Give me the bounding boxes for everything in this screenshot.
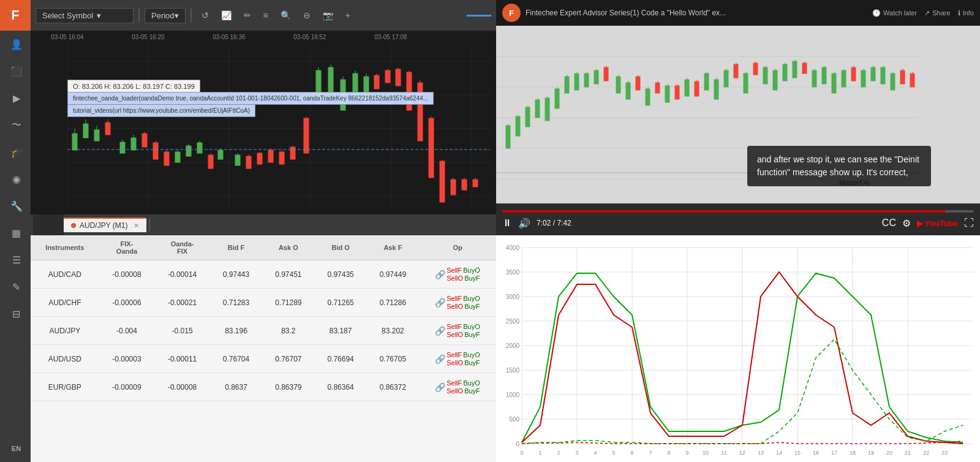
svg-rect-142	[773, 70, 777, 90]
buy-f-button[interactable]: BuyF	[464, 331, 480, 338]
progress-bar[interactable]	[502, 210, 974, 213]
toolbar: Select Symbol ▾ Period▾ ↺ 📈 ✏ ≡ 🔍 ⊖ 📷 +	[31, 0, 496, 31]
op-cell: 🔗 SellF BuyO SellO BuyF	[419, 317, 496, 345]
video-content[interactable]: MasterFAI and after we stop it, we can s…	[496, 26, 980, 235]
fullscreen-button[interactable]: ⛶	[964, 218, 974, 229]
sidebar-item-user[interactable]: 👤	[0, 31, 31, 58]
sell-o-button[interactable]: SellO	[447, 359, 463, 366]
buy-o-button[interactable]: BuyO	[463, 323, 480, 330]
fix-oanda-val: -0.00003	[99, 345, 155, 373]
draw-button[interactable]: ✏	[239, 8, 256, 23]
sidebar-item-grid[interactable]: ▦	[0, 219, 31, 246]
period-selector[interactable]: Period▾	[145, 8, 186, 23]
camera-button[interactable]: 📷	[318, 8, 338, 23]
sidebar-item-tools[interactable]: 🔧	[0, 192, 31, 219]
subtitles-button[interactable]: CC	[882, 218, 896, 229]
video-controls[interactable]: ⏸ 🔊 7:02 / 7:42 CC ⚙ ▶ YouTube ⛶	[496, 203, 980, 235]
bid-f-val: 0.8637	[210, 373, 262, 401]
ask-o-val: 0.71289	[262, 289, 314, 317]
buy-o-button[interactable]: BuyO	[463, 351, 480, 358]
time-display: 7:02 / 7:42	[537, 219, 571, 227]
sidebar-item-video[interactable]: ▶	[0, 85, 31, 112]
video-actions: 🕐 Watch later ↗ Share ℹ Info	[872, 9, 974, 17]
buy-f-button[interactable]: BuyF	[464, 359, 480, 366]
buy-f-button[interactable]: BuyF	[464, 387, 480, 395]
sidebar-item-filter[interactable]: ☰	[0, 246, 31, 273]
menu-button[interactable]: ≡	[258, 8, 273, 23]
bid-f-val: 0.71283	[210, 289, 262, 317]
sell-o-button[interactable]: SellO	[447, 303, 463, 310]
buy-f-button[interactable]: BuyF	[464, 275, 480, 282]
sell-f-button[interactable]: SellF	[447, 323, 462, 330]
symbol-selector[interactable]: Select Symbol ▾	[36, 8, 134, 23]
sidebar-logo[interactable]: F	[0, 0, 31, 31]
svg-rect-33	[175, 152, 180, 162]
sell-o-button[interactable]: SellO	[447, 331, 463, 338]
refresh-button[interactable]: ↺	[197, 8, 214, 23]
svg-rect-91	[374, 75, 379, 89]
svg-text:3500: 3500	[506, 269, 520, 276]
watch-later-button[interactable]: 🕐 Watch later	[872, 9, 917, 17]
zoom-in-button[interactable]: 🔍	[276, 8, 296, 23]
tab-close-icon[interactable]: ✕	[134, 222, 139, 230]
link-icon[interactable]: 🔗	[435, 382, 445, 392]
bid-f-val: 0.97443	[210, 260, 262, 289]
sidebar-item-language[interactable]: EN	[0, 435, 31, 462]
tab-audjpy[interactable]: AUD/JPY (M1) ✕	[64, 218, 146, 232]
fix-oanda-val: -0.00006	[99, 289, 155, 317]
svg-text:10: 10	[703, 450, 709, 456]
share-button[interactable]: ↗ Share	[924, 9, 950, 17]
link-icon[interactable]: 🔗	[435, 270, 445, 279]
sell-o-button[interactable]: SellO	[447, 275, 463, 282]
sell-f-button[interactable]: SellF	[447, 295, 462, 302]
svg-rect-134	[714, 80, 718, 99]
sidebar-item-eye[interactable]: ◉	[0, 165, 31, 192]
video-logo: F	[502, 4, 521, 22]
sidebar-item-linechart[interactable]: 〜	[0, 112, 31, 138]
table-row: AUD/CHF -0.00006 -0.00021 0.71283 0.7128…	[31, 289, 496, 317]
buy-o-button[interactable]: BuyO	[463, 267, 480, 274]
svg-rect-71	[290, 147, 295, 159]
volume-button[interactable]: 🔊	[518, 218, 530, 229]
pause-button[interactable]: ⏸	[502, 218, 512, 229]
sell-o-button[interactable]: SellO	[447, 387, 463, 395]
svg-text:19: 19	[868, 450, 874, 456]
ask-o-val: 0.76707	[262, 345, 314, 373]
buy-f-button[interactable]: BuyF	[464, 303, 480, 310]
svg-rect-83	[440, 161, 445, 202]
sell-f-button[interactable]: SellF	[447, 267, 462, 274]
sidebar-item-pen[interactable]: ✎	[0, 273, 31, 300]
symbol-dropdown-icon: ▾	[97, 11, 101, 20]
sidebar-item-table[interactable]: ⊟	[0, 300, 31, 327]
candlestick-svg: 03-05 16:04 03-05 16:20 03-05 16:36 03-0…	[31, 31, 496, 208]
zoom-out-button[interactable]: ⊖	[298, 8, 315, 23]
instrument-name: EUR/GBP	[31, 373, 99, 401]
link-icon[interactable]: 🔗	[435, 326, 445, 336]
line-chart-button[interactable]: 📈	[216, 8, 236, 23]
op-cell: 🔗 SellF BuyO SellO BuyF	[419, 345, 496, 373]
svg-rect-180	[851, 67, 856, 81]
svg-text:11: 11	[721, 450, 727, 456]
sell-f-button[interactable]: SellF	[447, 379, 462, 387]
symbol-label: Select Symbol	[42, 11, 93, 20]
svg-rect-118	[584, 74, 589, 87]
link-icon[interactable]: 🔗	[435, 354, 445, 364]
header-instruments: Instruments	[31, 235, 99, 260]
header-bid-f: Bid F	[210, 235, 262, 260]
settings-button[interactable]: ⚙	[902, 218, 911, 229]
sell-f-button[interactable]: SellF	[447, 351, 462, 358]
sidebar-item-learn[interactable]: 🎓	[0, 138, 31, 165]
candlestick-chart[interactable]: O: 83.206 H: 83.206 L: 83.197 C: 83.199 …	[31, 31, 496, 214]
link-icon[interactable]: 🔗	[435, 298, 445, 308]
sidebar-item-chart[interactable]: ⬛	[0, 58, 31, 85]
tabs-spacer	[33, 214, 64, 235]
buy-o-button[interactable]: BuyO	[463, 295, 480, 302]
add-button[interactable]: +	[341, 8, 355, 23]
svg-rect-114	[565, 77, 569, 93]
svg-rect-184	[910, 74, 914, 87]
ask-f-val: 0.86372	[367, 373, 419, 401]
info-button[interactable]: ℹ Info	[958, 9, 974, 17]
svg-text:500: 500	[509, 416, 519, 423]
svg-rect-93	[385, 70, 390, 83]
buy-o-button[interactable]: BuyO	[463, 379, 480, 387]
